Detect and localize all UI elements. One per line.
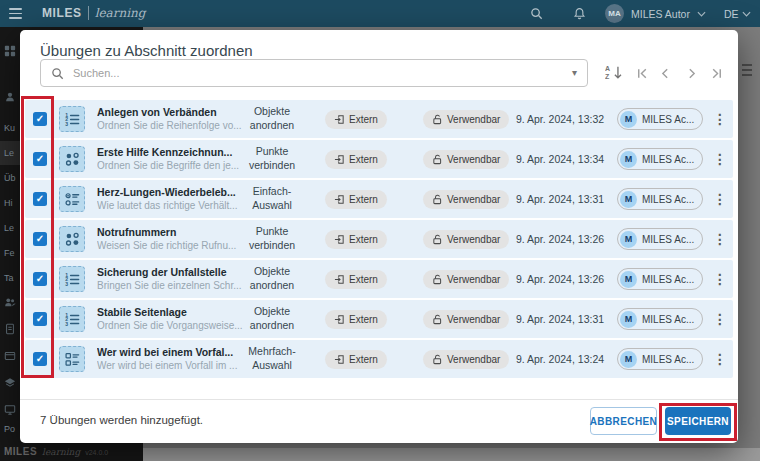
- row-menu-icon[interactable]: [713, 189, 725, 209]
- exercise-type-label: Objekte anordnen: [241, 305, 303, 332]
- modified-date: 9. Apr. 2024, 13:24: [505, 353, 615, 365]
- logo-text: MILES: [42, 6, 82, 20]
- row-menu-icon[interactable]: [713, 269, 725, 289]
- sidebar-item-label[interactable]: Le: [4, 223, 14, 233]
- exercise-type-label: Objekte anordnen: [241, 105, 303, 132]
- usable-badge: Verwendbar: [423, 150, 509, 169]
- first-page-icon[interactable]: [635, 67, 649, 80]
- exercise-row[interactable]: Wer wird bei einem Vorfal... Wer wird be…: [25, 340, 733, 378]
- sidebar-person-icon[interactable]: [4, 91, 16, 103]
- sidebar-grid-icon[interactable]: [4, 45, 16, 57]
- language-menu-label[interactable]: DE: [724, 8, 739, 20]
- sidebar-people-icon[interactable]: [4, 296, 16, 308]
- modified-date: 9. Apr. 2024, 13:26: [505, 233, 615, 245]
- bubble-icon: [59, 146, 85, 172]
- svg-text:Z: Z: [605, 73, 610, 80]
- menu-icon[interactable]: [9, 8, 22, 19]
- sidebar-item-label[interactable]: Üb: [4, 173, 16, 183]
- extern-badge: Extern: [325, 150, 387, 169]
- search-field[interactable]: ▾: [40, 59, 588, 87]
- search-input[interactable]: [71, 66, 572, 80]
- extern-badge: Extern: [325, 350, 387, 369]
- row-checkbox[interactable]: [33, 152, 47, 166]
- sidebar-card-icon[interactable]: [4, 350, 16, 362]
- exercise-type-label: Mehrfach-Auswahl: [241, 345, 303, 372]
- save-button[interactable]: SPEICHERN: [665, 407, 731, 435]
- row-menu-icon[interactable]: [713, 229, 725, 249]
- sidebar-monitor-icon[interactable]: [4, 404, 16, 416]
- sidebar-item-label[interactable]: Po: [4, 424, 15, 434]
- cancel-button[interactable]: ABBRECHEN: [590, 407, 657, 435]
- owner-chip: M MILES Ac...: [617, 148, 703, 170]
- row-menu-icon[interactable]: [713, 349, 725, 369]
- exercise-subtitle: Wer wird bei einem Vorfall im ...: [97, 360, 249, 371]
- owner-name: MILES Ac...: [642, 274, 694, 285]
- exercise-row[interactable]: Notrufnummern Weisen Sie die richtige Ru…: [25, 220, 733, 258]
- sort-az-icon[interactable]: AZ: [605, 64, 623, 82]
- exercise-title: Wer wird bei einem Vorfal...: [97, 346, 249, 358]
- top-app-bar: MILES learning MA MILES Autor DE: [0, 0, 760, 27]
- owner-avatar: M: [620, 311, 637, 328]
- user-avatar[interactable]: MA: [605, 4, 624, 23]
- row-checkbox[interactable]: [33, 232, 47, 246]
- extern-badge: Extern: [325, 310, 387, 329]
- chevron-down-icon[interactable]: [742, 11, 751, 17]
- user-menu-label[interactable]: MILES Autor: [631, 8, 690, 20]
- exercise-row[interactable]: 123 Stabile Seitenlage Ordnen Sie die Vo…: [25, 300, 733, 338]
- list-handle-icon: [742, 64, 752, 76]
- row-menu-icon[interactable]: [713, 309, 725, 329]
- sidebar-layers-icon[interactable]: [4, 377, 16, 389]
- selection-summary: 7 Übungen werden hinzugefügt.: [40, 414, 203, 426]
- modified-date: 9. Apr. 2024, 13:34: [505, 153, 615, 165]
- next-page-icon[interactable]: [685, 67, 699, 80]
- version-label: v24.0.0: [85, 449, 108, 456]
- chevron-down-icon[interactable]: [697, 11, 706, 17]
- exercise-list: 123 Anlegen von Verbänden Ordnen Sie die…: [25, 100, 733, 380]
- search-dropdown-caret-icon[interactable]: ▾: [572, 68, 577, 78]
- exercise-type-label: Punkte verbinden: [241, 145, 303, 172]
- exercise-title: Sicherung der Unfallstelle: [97, 266, 249, 278]
- search-icon[interactable]: [530, 7, 543, 20]
- row-checkbox[interactable]: [33, 312, 47, 326]
- external-link-icon: [334, 154, 345, 165]
- logo-script-text: learning: [88, 6, 146, 20]
- exercise-title: Erste Hilfe Kennzeichnun...: [97, 146, 249, 158]
- lock-open-icon: [432, 234, 443, 245]
- row-menu-icon[interactable]: [713, 149, 725, 169]
- exercise-row[interactable]: Herz-Lungen-Wiederbeleb... Wie lautet da…: [25, 180, 733, 218]
- usable-badge: Verwendbar: [423, 190, 509, 209]
- exercise-title: Stabile Seitenlage: [97, 306, 249, 318]
- exercise-row[interactable]: Erste Hilfe Kennzeichnun... Ordnen Sie d…: [25, 140, 733, 178]
- last-page-icon[interactable]: [710, 67, 724, 80]
- assign-exercises-dialog: Übungen zu Abschnitt zuordnen ▾ AZ 123 A…: [20, 30, 738, 443]
- sidebar-item-label[interactable]: Hi: [4, 198, 13, 208]
- usable-badge: Verwendbar: [423, 230, 509, 249]
- svg-text:3: 3: [65, 120, 68, 126]
- exercise-row[interactable]: 123 Sicherung der Unfallstelle Bringen S…: [25, 260, 733, 298]
- sidebar-item-label[interactable]: Fe: [4, 248, 15, 258]
- exercise-row[interactable]: 123 Anlegen von Verbänden Ordnen Sie die…: [25, 100, 733, 138]
- checkbox-list-icon: [59, 346, 85, 372]
- external-link-icon: [334, 354, 345, 365]
- row-checkbox[interactable]: [33, 272, 47, 286]
- sidebar-doc-icon[interactable]: [4, 323, 16, 335]
- modified-date: 9. Apr. 2024, 13:26: [505, 273, 615, 285]
- sidebar-item-label[interactable]: Ta: [4, 273, 14, 283]
- row-menu-icon[interactable]: [713, 109, 725, 129]
- notifications-bell-icon[interactable]: [573, 7, 586, 20]
- exercise-title: Anlegen von Verbänden: [97, 106, 249, 118]
- row-checkbox[interactable]: [33, 192, 47, 206]
- owner-avatar: M: [620, 351, 637, 368]
- row-checkbox[interactable]: [33, 352, 47, 366]
- svg-text:3: 3: [65, 320, 68, 326]
- sidebar-item-label[interactable]: Le: [4, 148, 14, 158]
- sidebar-item-label[interactable]: Ku: [4, 123, 15, 133]
- owner-name: MILES Ac...: [642, 354, 694, 365]
- modified-date: 9. Apr. 2024, 13:32: [505, 113, 615, 125]
- usable-badge: Verwendbar: [423, 110, 509, 129]
- svg-text:A: A: [605, 65, 610, 72]
- row-checkbox[interactable]: [33, 112, 47, 126]
- exercise-subtitle: Ordnen Sie die Vorgangsweise...: [97, 320, 249, 331]
- owner-chip: M MILES Ac...: [617, 268, 703, 290]
- previous-page-icon[interactable]: [658, 67, 672, 80]
